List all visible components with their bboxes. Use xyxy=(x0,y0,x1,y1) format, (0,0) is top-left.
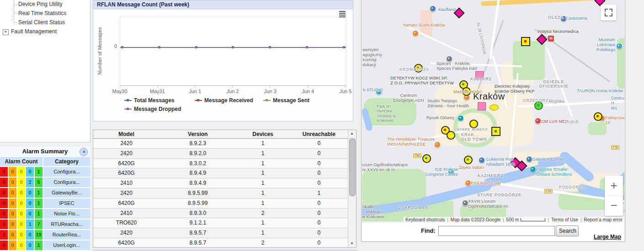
alarm-count-major[interactable]: 0 xyxy=(9,241,16,250)
table-row[interactable]: 6420G8.9.5.7 20 xyxy=(93,238,348,248)
table-row[interactable]: 24108.9.3.0 20 xyxy=(93,209,348,219)
zoom-out-button[interactable]: − xyxy=(605,196,623,215)
alarm-category[interactable]: GatewayBe... xyxy=(43,188,90,198)
data-point[interactable] xyxy=(343,46,345,48)
scroll-down-arrow[interactable]: ▼ xyxy=(348,240,356,247)
map-marker-device-circle[interactable] xyxy=(464,156,473,164)
alarm-count-normal[interactable]: 5 xyxy=(35,178,43,187)
column-header-version[interactable]: Version xyxy=(160,130,236,138)
large-map-link[interactable]: Large Map xyxy=(594,234,621,240)
map-poi-pin-museum[interactable] xyxy=(616,43,623,49)
alarm-count-normal[interactable]: 19 xyxy=(35,230,43,240)
alarm-count-normal[interactable]: 1 xyxy=(35,199,43,208)
data-point[interactable] xyxy=(269,46,271,48)
map-marker-device-ellipse[interactable] xyxy=(490,105,499,110)
map-poi-pin-rynek[interactable] xyxy=(458,115,464,121)
alarm-count-warning[interactable]: 1 xyxy=(26,220,34,229)
table-row[interactable]: 24208.9.5.99 11 xyxy=(93,188,348,199)
alarm-count-critical[interactable]: 0 xyxy=(0,167,8,177)
search-button[interactable]: Search xyxy=(556,225,579,236)
table-row[interactable]: TRO6209.1.2.1 10 xyxy=(93,218,348,228)
alarm-count-warning[interactable]: 0 xyxy=(26,209,34,219)
alarm-count-normal[interactable]: 1 xyxy=(35,241,43,250)
alarm-category[interactable]: Configura... xyxy=(43,167,90,177)
zoom-in-button[interactable]: + xyxy=(605,176,623,195)
table-row[interactable]: 24208.9.2.3 10 xyxy=(93,139,348,149)
map-poi-pin-restaurant[interactable] xyxy=(434,141,441,148)
alarm-count-major[interactable]: 0 xyxy=(9,220,16,229)
map-poi-pin-school[interactable] xyxy=(462,200,468,206)
alarm-category[interactable]: IPSEC xyxy=(43,199,90,208)
tree-item-real-time-statistics[interactable]: Real Time Statistics xyxy=(18,10,66,16)
alarm-count-minor[interactable]: 0 xyxy=(17,220,25,229)
alarm-count-normal[interactable]: 7 xyxy=(35,220,43,229)
map-marker-device-circle[interactable] xyxy=(422,154,431,163)
table-row[interactable]: 24208.9.2.0 10 xyxy=(93,149,348,159)
alarm-count-major[interactable]: 0 xyxy=(9,188,16,198)
alarm-count-major[interactable]: 0 xyxy=(9,230,16,240)
alarm-category[interactable]: Noise Flo... xyxy=(43,209,90,219)
column-header-unreachable[interactable]: Unreachable xyxy=(290,130,348,138)
alarm-count-critical[interactable]: 0 xyxy=(0,241,8,250)
column-header-devices[interactable]: Devices xyxy=(236,130,289,138)
map-marker-device-square[interactable] xyxy=(491,127,500,136)
alarm-count-critical[interactable]: 2 xyxy=(0,230,8,240)
terms-of-use-link[interactable]: Terms of Use xyxy=(551,217,578,222)
alarm-count-major[interactable]: 0 xyxy=(9,167,16,177)
tree-item-fault-management[interactable]: Fault Management xyxy=(11,28,57,35)
map-marker-device-circle[interactable] xyxy=(594,112,602,121)
alarm-count-minor[interactable]: 0 xyxy=(17,199,25,208)
hospital-icon[interactable]: H xyxy=(548,36,554,42)
tree-item-device-ping-utility[interactable]: Device Ping Utility xyxy=(18,1,63,7)
alarm-count-warning[interactable]: 0 xyxy=(26,167,34,177)
table-row[interactable]: 6420G8.3.0.2 10 xyxy=(93,159,348,169)
chart-menu-icon[interactable] xyxy=(339,11,346,18)
alarm-count-warning[interactable]: 0 xyxy=(26,241,34,250)
alarm-count-warning[interactable]: 0 xyxy=(26,188,34,198)
map-poi-pin-restaurant[interactable] xyxy=(412,30,419,37)
map-poi-pin-kaufland[interactable] xyxy=(430,5,436,12)
tree-item-serial-client-status[interactable]: Serial Client Status xyxy=(18,19,65,26)
alarm-count-minor[interactable]: 0 xyxy=(17,230,25,240)
alarm-count-major[interactable]: 0 xyxy=(9,199,16,208)
alarm-count-critical[interactable]: 0 xyxy=(0,209,8,219)
table-row[interactable]: 24108.9.4.9 10 xyxy=(93,178,348,188)
alarm-count-critical[interactable]: 3 xyxy=(0,220,8,229)
alarm-count-warning[interactable]: 0 xyxy=(26,230,34,240)
table-row[interactable]: 6420G8.9.4.9 10 xyxy=(93,168,348,178)
keyboard-shortcuts-link[interactable]: Keyboard shortcuts xyxy=(405,217,445,222)
map-marker-device-circle[interactable] xyxy=(447,131,455,140)
fullscreen-button[interactable] xyxy=(601,5,617,21)
map-poi-pin-museum[interactable] xyxy=(530,166,536,173)
alarm-count-warning[interactable]: 2 xyxy=(26,178,34,187)
alarm-category[interactable]: RouterRea... xyxy=(43,230,90,240)
report-map-error-link[interactable]: Report a map error xyxy=(584,217,623,222)
legend-item-total-messages[interactable]: Total Messages xyxy=(124,97,174,104)
alarm-count-minor[interactable]: 0 xyxy=(17,209,25,219)
column-header-model[interactable]: Model xyxy=(93,130,160,138)
scrollbar-thumb[interactable] xyxy=(349,138,356,196)
alarm-count-minor[interactable]: 0 xyxy=(17,241,25,250)
alarm-count-minor[interactable]: 0 xyxy=(17,167,25,177)
tree-expand-icon[interactable]: + xyxy=(3,29,9,35)
alarm-count-normal[interactable]: 1 xyxy=(35,209,43,219)
alarm-count-major[interactable]: 0 xyxy=(9,178,16,187)
legend-item-message-sent[interactable]: Message Sent xyxy=(263,97,309,104)
map-marker-device-pink-square[interactable] xyxy=(478,102,486,110)
map-poi-pin-cukiernia[interactable] xyxy=(479,157,485,163)
legend-item-message-dropped[interactable]: Message Dropped xyxy=(124,106,181,112)
alarm-category[interactable]: RTUReacha... xyxy=(43,220,90,229)
data-point[interactable] xyxy=(158,46,160,48)
alarm-category[interactable]: Configura... xyxy=(43,178,90,187)
table-row[interactable]: 6420G8.9.5.99 10 xyxy=(93,199,348,209)
collapse-panel-icon[interactable]: » xyxy=(80,148,88,156)
data-point[interactable] xyxy=(121,46,123,48)
map-poi-pin-restaurant[interactable] xyxy=(465,180,471,186)
map-poi-pin-galeria[interactable] xyxy=(526,156,532,162)
alarm-count-major[interactable]: 0 xyxy=(9,209,16,219)
google-map[interactable]: H Kaufland OLSZA Castorama xyxy=(362,0,624,223)
alarm-count-warning[interactable]: 0 xyxy=(26,199,34,208)
alarm-count-normal[interactable]: 1 xyxy=(35,188,43,198)
legend-item-message-received[interactable]: Message Received xyxy=(195,97,253,104)
alarm-count-critical[interactable]: 0 xyxy=(0,188,8,198)
